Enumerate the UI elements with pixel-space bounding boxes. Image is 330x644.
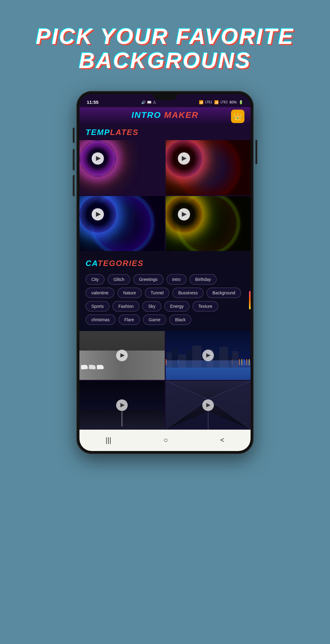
tag-nature[interactable]: Nature [117, 288, 142, 298]
play-button-2[interactable] [178, 152, 190, 165]
play-overlay-corridor[interactable] [202, 399, 214, 411]
play-button-4[interactable] [178, 208, 190, 220]
video-thumb-corridor[interactable] [166, 381, 251, 430]
crown-button[interactable]: 👑 [231, 110, 244, 123]
status-icons: 🔊 📖 ⚠ [141, 100, 156, 104]
lte1-label: LTE1 [205, 100, 212, 104]
template-item-2[interactable] [166, 140, 251, 195]
volume-down-button [73, 175, 75, 196]
templates-grid [79, 140, 251, 251]
template-item-4[interactable] [166, 196, 251, 251]
template-item-3[interactable] [79, 196, 165, 251]
tag-sky[interactable]: Sky [142, 301, 161, 311]
tag-christmas[interactable]: christmas [86, 315, 116, 325]
title-line1: PICK YOUR FAVORITE [36, 24, 294, 49]
tag-black[interactable]: Black [169, 315, 191, 325]
tag-fashion[interactable]: Fashion [112, 301, 139, 311]
play-overlay-road[interactable] [116, 399, 128, 411]
ring-effect-4 [166, 196, 202, 233]
camera-notch [153, 94, 177, 100]
book-icon: 📖 [147, 100, 152, 104]
tag-birthday[interactable]: Birthday [189, 274, 217, 285]
status-right: 📶 LTE1 📶 LTE2 80% 🔋 [199, 100, 243, 104]
power-button [255, 140, 257, 164]
play-overlay-city[interactable] [202, 350, 214, 361]
play-button-3[interactable] [92, 208, 104, 220]
tag-intro[interactable]: intro [167, 274, 186, 285]
app-title-teal: INTRO [131, 110, 161, 120]
status-time: 11:55 [87, 100, 98, 105]
signal-icon: 📶 [214, 100, 219, 104]
phone-device: 11:55 🔊 📖 ⚠ 📶 LTE1 📶 LTE2 80% 🔋 INTRO MA… [76, 91, 254, 454]
categories-label-teal: CA [86, 259, 98, 268]
title-line2: BACKGROUNS [79, 48, 251, 73]
tag-glitch[interactable]: Glitch [108, 274, 130, 285]
nav-back-button[interactable]: ||| [99, 434, 117, 446]
app-header: INTRO MAKER 👑 [79, 107, 251, 125]
video-grid [79, 331, 251, 430]
app-title-red: MAKER [164, 110, 199, 120]
page-title-block: PICK YOUR FAVORITE BACKGROUNS [36, 24, 294, 73]
wifi-icon: 📶 [199, 100, 204, 104]
templates-label-teal: TEMP [86, 128, 110, 137]
sound-icon: 🔊 [141, 100, 146, 104]
tag-valentine[interactable]: valentine [86, 288, 114, 298]
phone-screen: 11:55 🔊 📖 ⚠ 📶 LTE1 📶 LTE2 80% 🔋 INTRO MA… [79, 94, 251, 451]
play-overlay-skaters[interactable] [116, 350, 128, 361]
ring-effect-3 [79, 196, 116, 233]
ring-effect-1 [79, 140, 116, 177]
templates-section-label: TEMPLATES [79, 125, 251, 140]
app-title: INTRO MAKER [131, 110, 199, 120]
lte2-label: LTE2 [221, 100, 228, 104]
page-header: PICK YOUR FAVORITE BACKGROUNS [36, 0, 294, 91]
templates-label-red: LATES [110, 128, 138, 137]
nav-home-button[interactable]: ○ [157, 434, 174, 446]
battery-label: 80% [229, 100, 237, 104]
alert-icon: ⚠ [153, 100, 156, 104]
tag-tunnel[interactable]: Tunnel [145, 288, 169, 298]
video-thumb-city[interactable] [166, 331, 251, 380]
nav-bar: ||| ○ < [79, 430, 251, 451]
crown-emoji: 👑 [233, 112, 242, 121]
ring-effect-2 [166, 140, 202, 177]
tag-city[interactable]: City [86, 274, 105, 285]
categories-section-label: CATEGORIES [79, 256, 251, 271]
tag-background[interactable]: Background [207, 288, 241, 298]
tag-energy[interactable]: Energy [164, 301, 189, 311]
battery-icon: 🔋 [239, 100, 243, 104]
tag-flare[interactable]: Flare [119, 315, 140, 325]
nav-recent-button[interactable]: < [214, 434, 231, 446]
video-thumb-skaters[interactable] [79, 331, 165, 380]
tag-texture[interactable]: Texture [193, 301, 218, 311]
tag-sports[interactable]: Sports [86, 301, 109, 311]
template-item-1[interactable] [79, 140, 165, 195]
volume-silent-button [73, 128, 75, 143]
tag-game[interactable]: Game [143, 315, 166, 325]
tag-greetings[interactable]: Greetings [133, 274, 163, 285]
volume-up-button [73, 149, 75, 170]
categories-tags-container: City Glitch Greetings intro Birthday val… [79, 271, 251, 328]
video-thumb-road[interactable] [79, 381, 165, 430]
categories-label-red: TEGORIES [98, 259, 144, 268]
tag-bussiness[interactable]: Bussiness [172, 288, 204, 298]
page-headline: PICK YOUR FAVORITE BACKGROUNS [36, 24, 294, 73]
play-button-1[interactable] [92, 152, 104, 165]
categories-section: CATEGORIES City Glitch Greetings intro B… [79, 251, 251, 331]
